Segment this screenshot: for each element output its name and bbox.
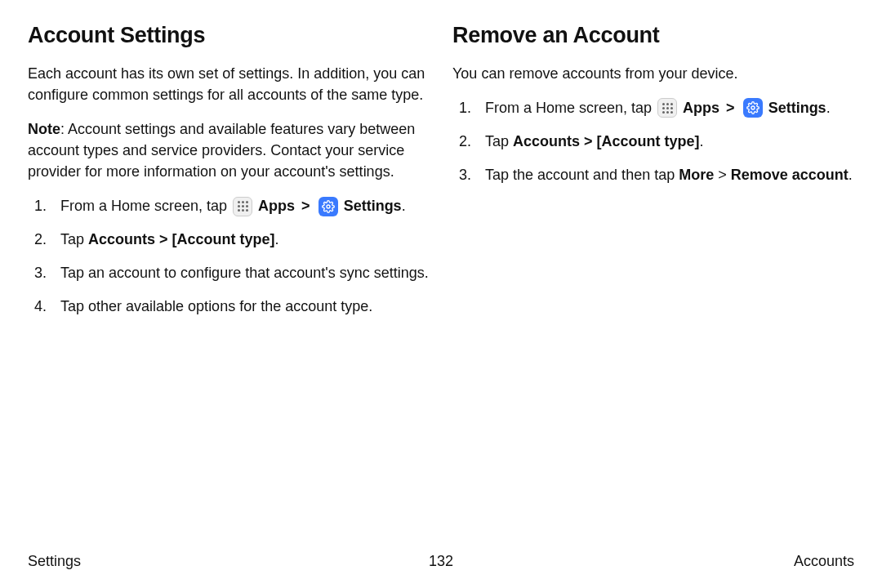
left-column: Account Settings Each account has its ow… <box>28 23 430 329</box>
step-text: Tap <box>485 133 513 149</box>
period: . <box>700 133 704 149</box>
step-text: From a Home screen, tap <box>60 198 231 214</box>
apps-label: Apps <box>683 100 719 116</box>
step-2: Tap Accounts > [Account type]. <box>28 229 430 251</box>
remove-label: Remove account <box>731 167 849 183</box>
apps-icon <box>233 197 252 216</box>
settings-icon <box>318 197 338 216</box>
apps-icon <box>657 98 677 118</box>
period: . <box>402 198 406 214</box>
heading-remove-account: Remove an Account <box>452 23 854 48</box>
chevron-icon: > <box>722 100 739 116</box>
apps-label: Apps <box>258 198 295 214</box>
note-body: : Account settings and available feature… <box>28 121 415 180</box>
settings-icon <box>743 98 763 118</box>
chev-text: > <box>714 167 731 183</box>
period: . <box>826 100 831 116</box>
settings-label: Settings <box>768 100 826 116</box>
intro-paragraph: You can remove accounts from your device… <box>452 63 854 84</box>
note-paragraph: Note: Account settings and available fea… <box>28 118 430 182</box>
period: . <box>275 231 279 247</box>
period: . <box>849 167 853 183</box>
step-1: From a Home screen, tap Apps > Settings. <box>452 97 854 119</box>
footer-left: Settings <box>28 553 81 570</box>
step-bold: Accounts > [Account type] <box>88 231 275 247</box>
step-text: From a Home screen, tap <box>485 100 656 116</box>
page-footer: Settings 132 Accounts <box>28 553 854 570</box>
step-2: Tap Accounts > [Account type]. <box>452 131 854 153</box>
steps-list-right: From a Home screen, tap Apps > Settings.… <box>452 97 854 186</box>
step-4: Tap other available options for the acco… <box>28 296 430 318</box>
step-1: From a Home screen, tap Apps > Settings. <box>28 195 430 217</box>
more-label: More <box>679 167 714 183</box>
page-number: 132 <box>429 553 453 570</box>
svg-point-1 <box>751 106 755 109</box>
footer-right: Accounts <box>794 553 854 570</box>
right-column: Remove an Account You can remove account… <box>452 23 854 329</box>
settings-label: Settings <box>344 198 402 214</box>
note-label: Note <box>28 121 60 137</box>
intro-paragraph: Each account has its own set of settings… <box>28 63 430 105</box>
step-3: Tap the account and then tap More > Remo… <box>452 164 854 186</box>
heading-account-settings: Account Settings <box>28 23 430 48</box>
chevron-icon: > <box>297 198 314 214</box>
step-3: Tap an account to configure that account… <box>28 262 430 284</box>
page-content: Account Settings Each account has its ow… <box>0 0 882 329</box>
step-text: Tap the account and then tap <box>485 167 679 183</box>
svg-point-0 <box>327 205 330 208</box>
steps-list-left: From a Home screen, tap Apps > Settings.… <box>28 195 430 318</box>
step-text: Tap <box>60 231 88 247</box>
step-bold: Accounts > [Account type] <box>513 133 700 149</box>
